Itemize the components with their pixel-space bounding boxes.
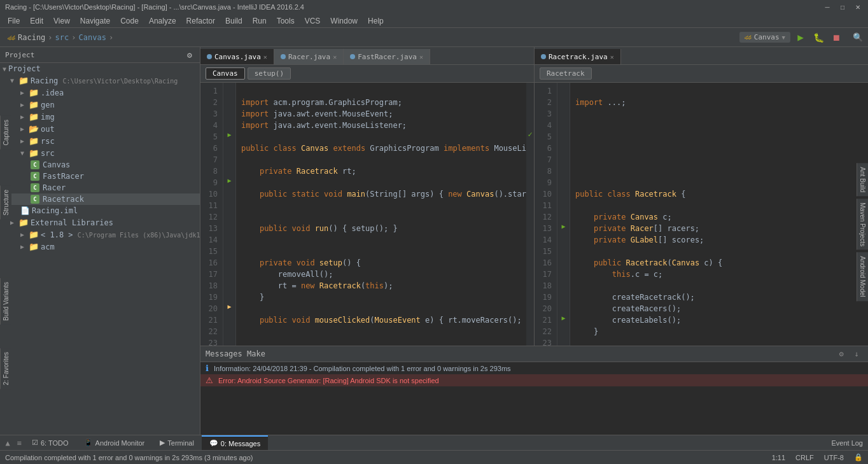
bottom-tab-terminal[interactable]: ▶ Terminal <box>152 435 202 450</box>
tree-item-racetrack[interactable]: CRacetrack <box>0 193 200 205</box>
tree-item-acm[interactable]: ▶📁acm <box>0 241 200 253</box>
structure-panel[interactable]: Structure <box>0 186 11 220</box>
menu-item-run[interactable]: Run <box>248 14 272 27</box>
status-message: Compilation completed with 1 error and 0… <box>5 454 253 461</box>
subtab-canvas[interactable]: Canvas <box>206 67 245 80</box>
settings-btn[interactable]: ⚙ <box>835 348 848 360</box>
tab-canvas-java[interactable]: Canvas.java ✕ <box>200 49 274 64</box>
close-canvas-tab[interactable]: ✕ <box>263 53 267 60</box>
folder-arrow: ▼ <box>10 77 17 84</box>
message-info: ℹ Information: 24/04/2018 21:39 - Compil… <box>200 362 868 374</box>
tree-item-img[interactable]: ▶📁img <box>0 111 200 123</box>
breadcrumb-canvas[interactable]: Canvas <box>79 33 106 42</box>
menu-item-vcs[interactable]: VCS <box>300 14 326 27</box>
tab-collapse-btn[interactable]: ≡ <box>14 438 24 448</box>
tree-item-project[interactable]: ▼Project <box>0 63 200 74</box>
message-error[interactable]: ⚠ Error: Android Source Generator: [Raci… <box>200 374 868 386</box>
tree-item-fastracer[interactable]: CFastRacer <box>0 171 200 182</box>
tree-label: .idea <box>41 88 64 97</box>
section-arrow: ▼ <box>3 66 6 73</box>
breadcrumb-src[interactable]: src <box>55 33 69 42</box>
menu-item-code[interactable]: Code <box>115 14 144 27</box>
tab-racer-java[interactable]: Racer.java ✕ <box>274 49 344 64</box>
close-button[interactable]: ✕ <box>853 2 863 12</box>
editor-right: Racetrack.java ✕ Racetrack 1234567891011… <box>535 47 868 346</box>
breadcrumb-racing[interactable]: Racing <box>18 33 45 42</box>
menu-item-edit[interactable]: Edit <box>25 14 48 27</box>
debug-button[interactable]: 🐛 <box>811 30 826 45</box>
subtab-setup[interactable]: setup() <box>248 67 291 80</box>
menu-item-refactor[interactable]: Refactor <box>181 14 220 27</box>
tree-item-out[interactable]: ▶📂out <box>0 123 200 135</box>
captures-panel[interactable]: Captures <box>0 116 11 150</box>
menu-item-navigate[interactable]: Navigate <box>75 14 115 27</box>
ant-build-panel[interactable]: Ant Build <box>857 163 868 196</box>
tree-item-racing[interactable]: ▼📁Racing C:\Users\Victor\Desktop\Racing <box>0 74 200 87</box>
tab-fastracer-java[interactable]: FastRacer.java ✕ <box>344 49 430 64</box>
main-content: Project ⚙ ▼Project▼📁Racing C:\Users\Vict… <box>0 47 868 435</box>
right-code-area: 1234567891011121314151617181920212223242… <box>535 83 868 346</box>
class-icon: C <box>31 172 39 181</box>
menu-item-analyze[interactable]: Analyze <box>144 14 181 27</box>
folder-icon: 📁 <box>29 242 39 251</box>
menu-item-view[interactable]: View <box>48 14 75 27</box>
status-bar: Compilation completed with 1 error and 0… <box>0 450 868 464</box>
tree-label: Project <box>8 64 41 73</box>
tree-item-external_libraries[interactable]: ▶📁External Libraries <box>0 216 200 228</box>
bottom-tab-messages[interactable]: 💬 0: Messages <box>202 435 268 450</box>
bottom-tab-android-monitor[interactable]: 📱 Android Monitor <box>76 435 153 450</box>
menu-item-window[interactable]: Window <box>325 14 363 27</box>
subtab-racetrack[interactable]: Racetrack <box>540 67 592 80</box>
folder-arrow: ▶ <box>10 219 17 226</box>
build-variants-panel[interactable]: Build Variants <box>0 278 11 325</box>
run-config[interactable]: 🏎 Canvas ▼ <box>739 32 790 43</box>
tree-item-gen[interactable]: ▶📁gen <box>0 99 200 111</box>
messages-list: ℹ Information: 24/04/2018 21:39 - Compil… <box>200 362 868 435</box>
tree-item-rsc[interactable]: ▶📁rsc <box>0 135 200 147</box>
folder-icon: 📁 <box>18 218 29 227</box>
class-icon: C <box>31 183 39 192</box>
left-code-content: import acm.program.GraphicsProgram; impo… <box>236 83 526 346</box>
tree-item-__1_8__[interactable]: ▶📁< 1.8 > C:\Program Files (x86)\Java\jd… <box>0 228 200 241</box>
tree-label: Racing C:\Users\Victor\Desktop\Racing <box>31 76 178 85</box>
maximize-button[interactable]: □ <box>837 2 848 12</box>
tab-racetrack-java[interactable]: Racetrack.java ✕ <box>535 49 621 64</box>
event-log-btn[interactable]: Event Log <box>831 439 868 447</box>
sidebar-header: Project ⚙ <box>0 47 200 63</box>
run-button[interactable]: ▶ <box>793 30 808 45</box>
menu-item-build[interactable]: Build <box>220 14 248 27</box>
tree-item-racing_iml[interactable]: 📄Racing.iml <box>0 205 200 216</box>
tab-expand-btn[interactable]: ▲ <box>3 438 13 448</box>
minimize-button[interactable]: ─ <box>822 2 832 12</box>
menu-item-tools[interactable]: Tools <box>272 14 300 27</box>
title-text: Racing - [C:\Users\Victor\Desktop\Racing… <box>5 3 304 11</box>
encoding[interactable]: UTF-8 <box>824 454 844 461</box>
bottom-tab-todo[interactable]: ☑ 6: TODO <box>24 435 76 450</box>
menu-item-file[interactable]: File <box>3 14 25 27</box>
tree-label: External Libraries <box>31 218 113 227</box>
tree-label: Racing.iml <box>32 206 78 215</box>
android-model-panel[interactable]: Android Model <box>857 253 868 301</box>
close-racetrack-tab[interactable]: ✕ <box>610 53 614 60</box>
left-line-numbers: 1234567891011121314151617181920212223 <box>200 83 223 346</box>
menu-item-help[interactable]: Help <box>363 14 389 27</box>
right-gutter: ▶ ▶ <box>557 83 570 346</box>
search-everywhere-button[interactable]: 🔍 <box>850 30 865 45</box>
right-panels: Canvas.java ✕ Racer.java ✕ FastRacer.jav… <box>200 47 868 435</box>
tree-item-canvas[interactable]: CCanvas <box>0 159 200 171</box>
close-racer-tab[interactable]: ✕ <box>333 53 337 60</box>
sidebar-settings[interactable]: ⚙ <box>185 50 195 60</box>
todo-icon: ☑ <box>32 439 38 447</box>
cursor-position[interactable]: 1:11 <box>772 454 785 461</box>
stop-button[interactable]: ⏹ <box>829 30 844 45</box>
folder-icon: 📁 <box>29 148 39 158</box>
close-panel-btn[interactable]: ↓ <box>850 348 863 360</box>
tree-item-racer[interactable]: CRacer <box>0 182 200 193</box>
close-fastracer-tab[interactable]: ✕ <box>419 53 423 60</box>
tree-item-src[interactable]: ▼📁src <box>0 147 200 159</box>
line-ending[interactable]: CRLF <box>795 454 814 461</box>
favorites-panel[interactable]: 2: Favorites <box>0 348 11 389</box>
tree-item-_idea[interactable]: ▶📁.idea <box>0 87 200 99</box>
folder-arrow: ▶ <box>20 243 27 250</box>
maven-projects-panel[interactable]: Maven Projects <box>857 199 868 250</box>
